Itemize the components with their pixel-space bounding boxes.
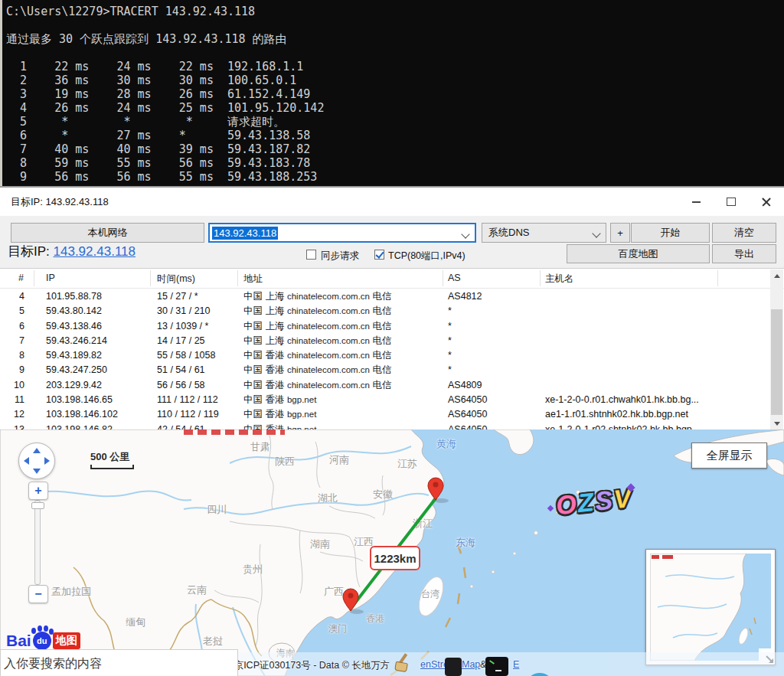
target-ip-combobox[interactable]: 143.92.43.118 [208,223,476,243]
table-row[interactable]: 11 103.198.146.65 111 / 112 / 112 中国 香港 … [0,393,770,407]
maximize-button[interactable] [714,188,749,216]
hop-address: 中国 香港 bgp.net [243,393,316,407]
table-row[interactable]: 8 59.43.189.82 55 / 58 / 1058 中国 香港 chin… [0,348,770,363]
hop-number: 10 [6,378,24,393]
minimap-canvas [650,554,771,661]
map-place-label: 缅甸 [126,616,145,629]
map-place-label: 云南 [187,583,207,597]
terminal-app-icon[interactable] [485,657,508,676]
hop-as: AS4812 [448,289,482,304]
add-button[interactable]: + [610,223,630,243]
zoom-in-button[interactable]: + [28,482,48,500]
window-title: 目标IP: 143.92.43.118 [11,195,109,209]
search-suggestion-popup[interactable]: 入你要搜索的内容 [0,649,238,676]
minimize-button[interactable] [678,188,714,216]
col-as: AS [448,273,461,283]
screen: C:\Users\12279>TRACERT 143.92.43.118通过最多… [0,0,784,676]
hop-ip: 59.43.247.250 [46,363,107,377]
zoom-out-button[interactable]: − [28,585,48,603]
fullscreen-button[interactable]: 全屏显示 [691,443,767,469]
minimap-overlay[interactable] [645,549,776,665]
pan-left-icon [24,457,29,465]
target-ip-link[interactable]: 143.92.43.118 [54,244,136,259]
scroll-down-arrow[interactable] [770,417,783,430]
table-scrollbar[interactable] [770,269,783,430]
hops-table: # IP 时间(ms) 地址 AS 主机名 4 101.95.88.78 15 … [0,268,784,431]
tcp-label: TCP(80端口,IPv4) [388,250,466,263]
map-place-label: 甘肃 [250,440,270,454]
table-row[interactable]: 7 59.43.246.214 14 / 17 / 25 中国 上海 china… [0,334,770,348]
hop-as: AS64050 [448,407,487,422]
hop-as: * [448,348,452,363]
baidu-map-badge: 地图 [53,632,80,649]
titlebar[interactable]: 目标IP: 143.92.43.118 [0,188,784,216]
col-index: # [18,273,24,283]
table-row[interactable]: 4 101.95.88.78 15 / 27 / * 中国 上海 chinate… [0,289,770,304]
export-button[interactable]: 导出 [712,244,776,263]
terminal-window[interactable]: C:\Users\12279>TRACERT 143.92.43.118通过最多… [0,0,784,186]
map-pan-control[interactable] [18,443,55,479]
osm-link-fragment[interactable]: Map [462,659,480,670]
link-fragment[interactable]: E [513,659,519,670]
hop-number: 11 [6,393,24,407]
hop-address: 中国 上海 chinatelecom.com.cn 电信 [243,334,391,348]
clear-button[interactable]: 清空 [712,223,776,243]
hop-number: 7 [6,334,24,348]
pan-right-icon [44,457,50,465]
hop-address: 中国 香港 chinatelecom.com.cn 电信 [243,348,391,363]
zoom-slider-track[interactable] [34,500,41,585]
chevron-down-icon [592,229,600,237]
zoom-slider-knob[interactable] [31,502,44,509]
hop-address: 中国 香港 chinatelecom.com.cn 电信 [243,378,391,393]
baidu-map-logo: Bai du 地图 [6,632,80,650]
hop-number: 6 [6,319,24,334]
attribution-text: - 京ICP证030173号 - Data © 长地万方 [228,659,390,672]
trace-app-window: 目标IP: 143.92.43.118 本机网络 143.92.43.118 系… [0,186,784,429]
clipped-red-text [184,429,285,435]
map-place-label: 东海 [456,536,475,550]
chevron-down-icon[interactable] [461,230,469,238]
hop-number: 12 [6,407,24,422]
hop-ip: 103.198.146.102 [46,407,118,422]
hop-number: 5 [6,304,24,318]
table-row[interactable]: 5 59.43.80.142 30 / 31 / 210 中国 上海 china… [0,304,770,318]
table-row[interactable]: 10 203.129.9.42 56 / 56 / 58 中国 香港 china… [0,378,770,393]
start-button[interactable]: 开始 [631,223,710,243]
baidu-map-panel[interactable]: 黄海甘肃陕西河南江苏安徽四川湖北湖南江西浙江东海贵州广西云南台湾香港澳门孟加拉国… [0,429,784,676]
scroll-up-arrow[interactable] [770,269,783,282]
broom-icon[interactable] [394,653,413,673]
minimize-icon [692,201,701,203]
map-place-label: 广西 [324,585,344,599]
map-scale-bar [90,465,134,469]
dns-select[interactable]: 系统DNS [482,223,606,243]
hop-ip: 103.198.146.65 [46,393,113,407]
minimap-red-text-marks [652,555,673,559]
target-ip-label: 目标IP: [8,244,50,259]
hop-ip: 101.95.88.78 [46,289,102,304]
dns-select-value: 系统DNS [488,226,529,240]
map-scale-label: 500 公里 [90,450,129,464]
table-row[interactable]: 12 103.198.146.102 110 / 112 / 119 中国 香港… [0,407,770,422]
table-row[interactable]: 9 59.43.247.250 51 / 54 / 61 中国 香港 china… [0,363,770,377]
col-hostname: 主机名 [545,273,574,286]
hop-address: 中国 香港 chinatelecom.com.cn 电信 [243,363,391,377]
map-place-label: 老挝 [203,635,223,648]
hop-ip: 203.129.9.42 [46,378,102,393]
hop-address: 中国 香港 bgp.net [243,407,316,422]
map-place-label: 四川 [207,503,227,517]
tcp-checkbox[interactable] [374,250,384,260]
pan-up-icon [33,448,41,453]
pan-down-icon [33,469,41,474]
hop-times: 56 / 56 / 58 [157,378,205,393]
close-button[interactable] [749,188,784,216]
local-network-button[interactable]: 本机网络 [11,223,204,243]
hop-times: 30 / 31 / 210 [157,304,211,318]
table-row[interactable]: 6 59.43.138.46 13 / 1039 / * 中国 上海 china… [0,319,770,334]
dark-app-icon[interactable] [445,658,462,676]
scrollbar-thumb[interactable] [771,309,782,415]
col-time: 时间(ms) [157,273,195,286]
sync-request-checkbox[interactable] [306,250,316,260]
baidu-map-button[interactable]: 百度地图 [567,244,710,263]
hop-hostname: ae1-1.r01.shtnhk02.hk.bb.bgp.net [545,407,688,422]
baidu-logo-text: Bai [6,632,31,650]
